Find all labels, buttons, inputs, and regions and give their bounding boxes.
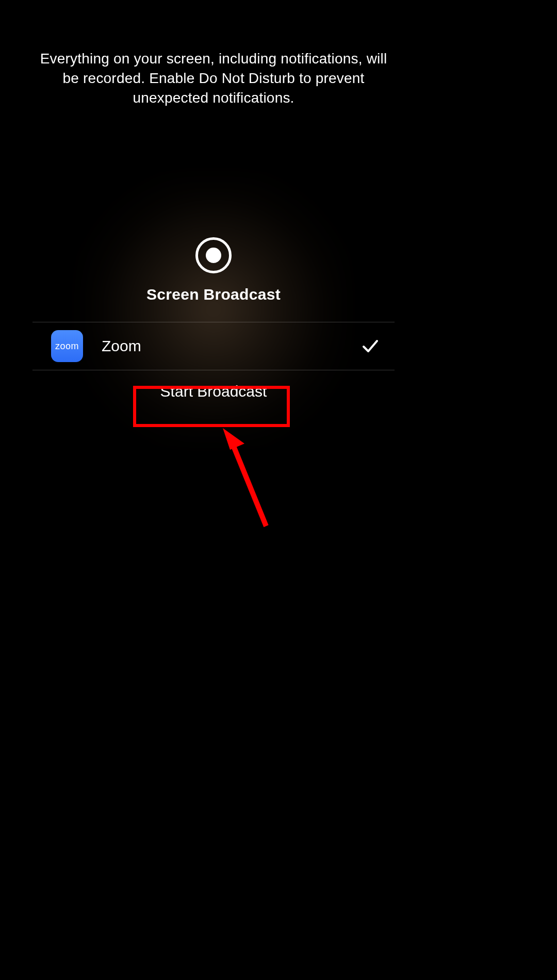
- start-broadcast-button[interactable]: Start Broadcast: [142, 375, 286, 410]
- zoom-app-icon: zoom: [51, 330, 83, 362]
- svg-line-1: [232, 443, 266, 526]
- app-row-zoom[interactable]: zoom Zoom: [32, 322, 395, 370]
- action-area: Start Broadcast: [32, 370, 395, 410]
- zoom-app-icon-label: zoom: [55, 341, 79, 352]
- broadcast-header: Screen Broadcast: [32, 227, 395, 322]
- svg-marker-2: [223, 428, 244, 450]
- app-name-label: Zoom: [102, 337, 362, 355]
- annotation-arrow-icon: [204, 423, 287, 536]
- screen-recording-warning: Everything on your screen, including not…: [31, 49, 396, 107]
- record-icon: [195, 237, 232, 273]
- broadcast-panel: Screen Broadcast zoom Zoom Start Broadca…: [32, 227, 395, 410]
- broadcast-title: Screen Broadcast: [146, 286, 281, 303]
- checkmark-icon: [362, 337, 379, 355]
- record-icon-dot: [206, 248, 221, 263]
